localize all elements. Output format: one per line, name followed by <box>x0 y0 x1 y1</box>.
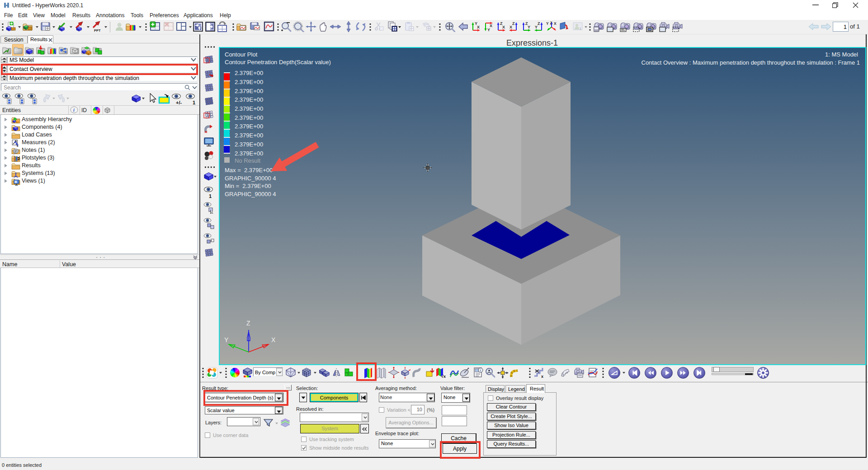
svg-text:+/-: +/- <box>176 100 182 105</box>
svg-text:Y: Y <box>546 21 549 26</box>
svg-text:i: i <box>73 108 75 113</box>
svg-text:Y: Y <box>528 25 530 29</box>
svg-text:1: 1 <box>209 193 212 198</box>
svg-text:Z: Z <box>550 21 552 25</box>
svg-text:Z: Z <box>512 21 515 26</box>
svg-text:X: X <box>490 24 492 28</box>
svg-text:X: X <box>509 25 512 29</box>
svg-text:Y: Y <box>535 25 538 29</box>
svg-text:i: i <box>480 368 481 372</box>
svg-text:X: X <box>554 21 557 26</box>
svg-text:X: X <box>502 25 505 29</box>
svg-text:PPT: PPT <box>94 28 101 32</box>
svg-text:1: 1 <box>193 100 195 105</box>
svg-text:Y: Y <box>487 28 490 32</box>
svg-text:Z: Z <box>538 21 540 26</box>
svg-text:x: x <box>541 374 543 379</box>
svg-text:√x: √x <box>441 374 446 379</box>
svg-text:X: X <box>477 25 480 29</box>
svg-text:1: 1 <box>580 27 581 30</box>
